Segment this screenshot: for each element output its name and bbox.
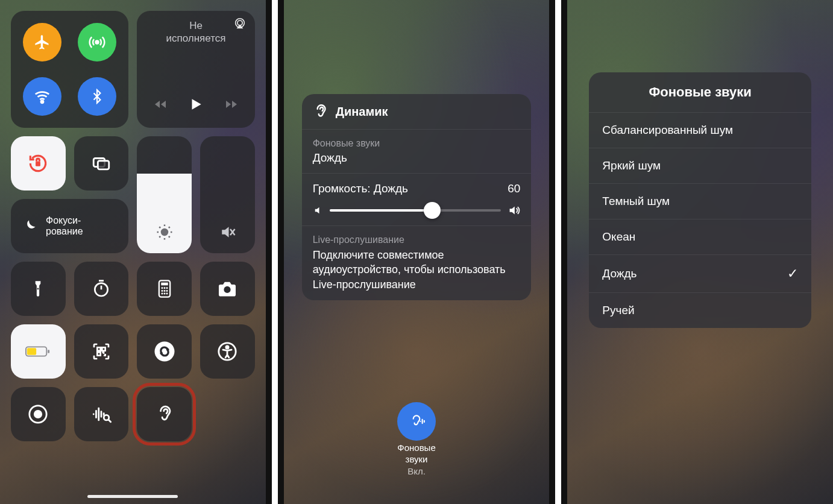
background-sounds-label: Фоновые звуки bbox=[313, 138, 521, 149]
home-indicator[interactable] bbox=[87, 495, 178, 498]
svg-rect-28 bbox=[102, 347, 105, 350]
background-sounds-toggle[interactable] bbox=[397, 402, 436, 441]
mirroring-icon bbox=[91, 153, 112, 174]
sound-option[interactable]: Яркий шум bbox=[589, 148, 811, 183]
bluetooth-icon bbox=[89, 89, 105, 104]
sounds-panel-title: Фоновые звуки bbox=[589, 72, 811, 112]
sound-option-label: Океан bbox=[602, 230, 635, 244]
svg-point-10 bbox=[37, 288, 39, 290]
cellular-data-button[interactable] bbox=[78, 23, 116, 61]
live-listen-text: Подключите совместимое аудиоустройство, … bbox=[313, 248, 521, 292]
svg-point-23 bbox=[224, 286, 231, 293]
calculator-button[interactable] bbox=[137, 262, 192, 316]
hearing-output-row[interactable]: Динамик bbox=[302, 94, 532, 129]
antenna-icon bbox=[88, 33, 106, 51]
sound-recognition-button[interactable] bbox=[74, 387, 129, 441]
svg-point-18 bbox=[163, 290, 165, 292]
sound-option-label: Дождь bbox=[602, 267, 637, 280]
sound-option[interactable]: Ручей bbox=[589, 292, 811, 328]
qr-scanner-button[interactable] bbox=[74, 324, 129, 379]
sounds-panel: Фоновые звуки Сбалансированный шумЯркий … bbox=[589, 72, 811, 328]
svg-rect-25 bbox=[27, 348, 36, 354]
svg-rect-6 bbox=[98, 161, 108, 169]
moon-icon bbox=[22, 218, 37, 234]
svg-point-15 bbox=[163, 287, 165, 289]
speaker-mute-icon bbox=[218, 223, 236, 241]
low-power-mode-button[interactable] bbox=[11, 324, 66, 379]
waveform-search-icon bbox=[91, 404, 112, 424]
media-cluster[interactable]: Неисполняется bbox=[137, 11, 254, 128]
sound-option[interactable]: Дождь✓ bbox=[589, 254, 811, 292]
ear-icon bbox=[155, 403, 174, 425]
sound-option-label: Сбалансированный шум bbox=[602, 124, 733, 137]
checkmark-icon: ✓ bbox=[787, 266, 798, 282]
ear-icon bbox=[313, 102, 328, 121]
screen-record-button[interactable] bbox=[11, 387, 66, 441]
sound-option-label: Ручей bbox=[602, 304, 634, 317]
svg-point-17 bbox=[161, 290, 163, 292]
media-now-playing-label: Неисполняется bbox=[166, 19, 226, 45]
calculator-icon bbox=[156, 279, 173, 298]
volume-slider[interactable] bbox=[313, 204, 521, 217]
rotation-lock-button[interactable] bbox=[11, 136, 66, 191]
svg-point-21 bbox=[163, 293, 165, 295]
wifi-button[interactable] bbox=[23, 77, 61, 116]
wifi-icon bbox=[33, 87, 51, 106]
svg-point-19 bbox=[166, 290, 168, 292]
svg-rect-27 bbox=[97, 347, 100, 350]
screen-mirroring-button[interactable] bbox=[74, 136, 129, 191]
svg-point-30 bbox=[154, 342, 174, 362]
sound-option-label: Яркий шум bbox=[602, 159, 661, 172]
ear-waves-icon bbox=[407, 411, 426, 432]
connectivity-cluster bbox=[11, 11, 128, 128]
volume-label: Громкость: Дождь bbox=[313, 182, 408, 195]
flashlight-icon bbox=[30, 280, 46, 298]
volume-low-icon bbox=[313, 205, 324, 216]
airplay-icon[interactable] bbox=[233, 17, 247, 33]
camera-button[interactable] bbox=[200, 262, 255, 316]
volume-high-icon bbox=[507, 204, 520, 217]
timer-button[interactable] bbox=[74, 262, 129, 316]
svg-point-32 bbox=[226, 346, 228, 348]
volume-value: 60 bbox=[508, 182, 520, 195]
shazam-icon bbox=[154, 341, 175, 362]
hearing-button[interactable] bbox=[137, 387, 192, 441]
rotation-lock-icon bbox=[27, 152, 49, 175]
focus-label: Фокуси-рование bbox=[46, 215, 83, 238]
flashlight-button[interactable] bbox=[11, 262, 66, 316]
accessibility-button[interactable] bbox=[200, 324, 255, 379]
sound-option[interactable]: Темный шум bbox=[589, 183, 811, 219]
live-listen-row: Live-прослушивание Подключите совместимо… bbox=[302, 225, 532, 300]
background-sounds-status: Фоновые звуки Вкл. bbox=[284, 442, 550, 477]
bluetooth-button[interactable] bbox=[78, 77, 116, 116]
hearing-output-label: Динамик bbox=[336, 105, 388, 119]
svg-point-1 bbox=[41, 101, 43, 103]
sun-icon bbox=[156, 223, 174, 241]
accessibility-icon bbox=[217, 341, 237, 362]
svg-rect-4 bbox=[36, 162, 40, 166]
battery-icon bbox=[25, 345, 51, 358]
timer-icon bbox=[92, 279, 111, 298]
hearing-expanded-screen: Динамик Фоновые звуки Дождь Громкость: Д… bbox=[284, 0, 550, 504]
sound-option[interactable]: Сбалансированный шум bbox=[589, 112, 811, 148]
hearing-panel: Динамик Фоновые звуки Дождь Громкость: Д… bbox=[302, 94, 532, 300]
sound-option[interactable]: Океан bbox=[589, 219, 811, 254]
shazam-button[interactable] bbox=[137, 324, 192, 379]
prev-track-button[interactable] bbox=[153, 97, 168, 114]
brightness-slider[interactable] bbox=[137, 136, 192, 253]
focus-button[interactable]: Фокуси-рование bbox=[11, 199, 128, 253]
control-center-screen: Неисполняется Фокуси-рование bbox=[0, 0, 266, 504]
airplane-icon bbox=[34, 34, 51, 51]
play-button[interactable] bbox=[188, 96, 204, 115]
background-sound-current: Дождь bbox=[313, 151, 521, 165]
live-listen-label: Live-прослушивание bbox=[313, 235, 521, 245]
sound-option-label: Темный шум bbox=[602, 195, 670, 208]
volume-slider[interactable] bbox=[200, 136, 255, 253]
svg-point-7 bbox=[162, 229, 168, 235]
airplane-mode-button[interactable] bbox=[23, 23, 61, 61]
svg-rect-13 bbox=[161, 283, 168, 286]
svg-point-14 bbox=[161, 287, 163, 289]
background-sounds-row[interactable]: Фоновые звуки Дождь bbox=[302, 129, 532, 173]
qr-icon bbox=[92, 342, 111, 361]
next-track-button[interactable] bbox=[224, 97, 239, 114]
